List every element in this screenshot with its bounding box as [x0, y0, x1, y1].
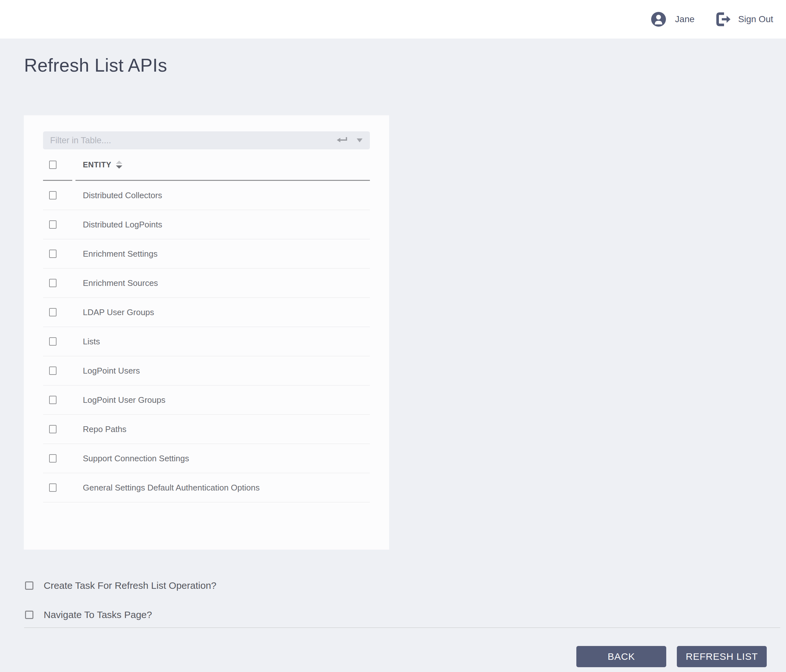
row-label: General Settings Default Authentication … — [75, 483, 370, 493]
row-label: Distributed Collectors — [75, 190, 370, 200]
navigate-tasks-checkbox[interactable] — [25, 611, 33, 619]
row-check-cell — [43, 454, 75, 463]
row-check-cell — [43, 250, 75, 258]
sort-arrows-icon — [116, 161, 122, 169]
table-header-gap — [72, 150, 75, 181]
table-header-row: ENTITY — [43, 150, 370, 181]
row-label: Distributed LogPoints — [75, 220, 370, 230]
row-label: LogPoint User Groups — [75, 395, 370, 405]
row-check-cell — [43, 396, 75, 404]
table-row: General Settings Default Authentication … — [43, 473, 370, 502]
sign-out-label: Sign Out — [738, 14, 773, 24]
row-check-cell — [43, 337, 75, 346]
caret-down-icon[interactable] — [357, 138, 363, 143]
entity-column-sort-header[interactable]: ENTITY — [75, 150, 370, 181]
row-label: Support Connection Settings — [75, 453, 370, 464]
return-enter-icon[interactable] — [336, 135, 348, 145]
filter-input[interactable] — [50, 135, 330, 145]
row-check-cell — [43, 483, 75, 492]
refresh-options: Create Task For Refresh List Operation? … — [25, 581, 786, 620]
top-bar: Jane Sign Out — [0, 0, 786, 39]
row-checkbox[interactable] — [49, 367, 57, 375]
refresh-list-button[interactable]: REFRESH LIST — [677, 646, 767, 667]
create-task-label: Create Task For Refresh List Operation? — [44, 580, 216, 591]
table-header-check-cell — [43, 150, 72, 181]
back-button[interactable]: BACK — [576, 646, 666, 667]
table-row: Distributed Collectors — [43, 181, 370, 210]
row-checkbox[interactable] — [49, 250, 57, 258]
user-menu[interactable]: Jane — [651, 12, 695, 27]
row-check-cell — [43, 308, 75, 316]
page-title: Refresh List APIs — [24, 54, 786, 76]
row-checkbox[interactable] — [49, 220, 57, 229]
table-row: Enrichment Sources — [43, 269, 370, 298]
table-row: Support Connection Settings — [43, 444, 370, 473]
table-row: Distributed LogPoints — [43, 210, 370, 239]
row-checkbox[interactable] — [49, 191, 57, 200]
select-all-checkbox[interactable] — [49, 161, 57, 169]
user-name: Jane — [675, 14, 695, 24]
row-check-cell — [43, 279, 75, 287]
row-label: LogPoint Users — [75, 366, 370, 376]
table-row: LDAP User Groups — [43, 298, 370, 327]
table-row: Lists — [43, 327, 370, 356]
table-row: Repo Paths — [43, 415, 370, 444]
row-label: Repo Paths — [75, 424, 370, 434]
row-label: Enrichment Settings — [75, 249, 370, 259]
row-label: Enrichment Sources — [75, 278, 370, 288]
entity-column-label: ENTITY — [83, 160, 112, 169]
row-check-cell — [43, 367, 75, 375]
row-check-cell — [43, 425, 75, 433]
row-checkbox[interactable] — [49, 337, 57, 346]
row-checkbox[interactable] — [49, 396, 57, 404]
sign-out-icon — [715, 12, 731, 26]
footer-actions: BACK REFRESH LIST — [0, 646, 786, 667]
entity-list-panel: ENTITY Distributed Collectors Distribute… — [24, 115, 389, 549]
row-label: LDAP User Groups — [75, 307, 370, 317]
table-row: LogPoint Users — [43, 356, 370, 386]
create-task-checkbox[interactable] — [25, 581, 33, 590]
table-row: Enrichment Settings — [43, 239, 370, 269]
row-check-cell — [43, 220, 75, 229]
row-checkbox[interactable] — [49, 425, 57, 433]
table-row: LogPoint User Groups — [43, 386, 370, 415]
option-row: Create Task For Refresh List Operation? — [25, 581, 786, 590]
user-avatar-icon — [651, 12, 666, 27]
sign-out-button[interactable]: Sign Out — [715, 12, 773, 26]
option-row: Navigate To Tasks Page? — [25, 610, 786, 620]
row-checkbox[interactable] — [49, 308, 57, 316]
footer-divider — [24, 627, 780, 628]
row-checkbox[interactable] — [49, 483, 57, 492]
row-check-cell — [43, 191, 75, 200]
row-checkbox[interactable] — [49, 454, 57, 463]
table-filter-bar — [43, 131, 370, 150]
row-label: Lists — [75, 337, 370, 346]
navigate-tasks-label: Navigate To Tasks Page? — [44, 609, 152, 620]
row-checkbox[interactable] — [49, 279, 57, 287]
